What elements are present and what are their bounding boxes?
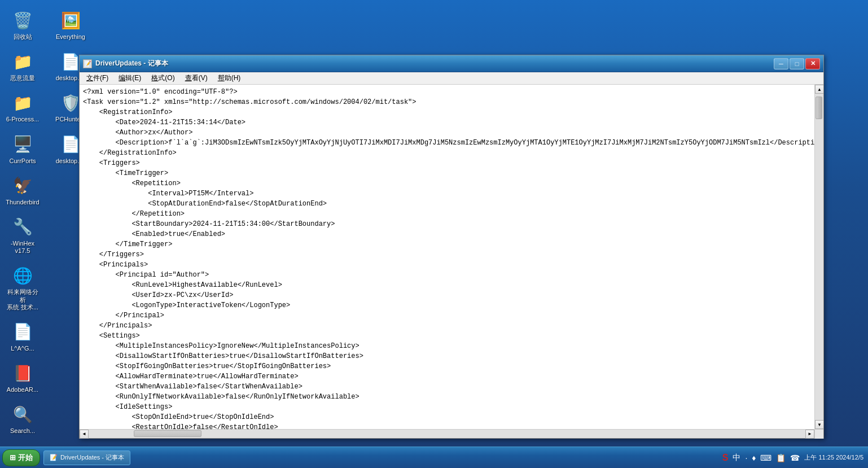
notepad-window-icon: 📝 — [83, 59, 92, 68]
start-icon: ⊞ — [10, 453, 16, 462]
desktop-icon-6process[interactable]: 📁 6-Process... — [3, 89, 42, 125]
menu-bar: 文件(F) 编辑(E) 格式(O) 查看(V) 帮助(H) — [80, 72, 823, 85]
recycle-bin-label: 回收站 — [5, 33, 41, 41]
thunderbird-label: Thunderbird — [5, 199, 41, 206]
malicious-flow-label: 恶意流量 — [5, 75, 41, 82]
scroll-thumb-h[interactable] — [134, 430, 201, 437]
scroll-right-button[interactable]: ► — [805, 430, 814, 439]
everything-icon: 🖼️ — [59, 9, 82, 32]
desktop: 🗑️ 回收站 📁 恶意流量 📁 6-Process... 🖥️ CurrPort… — [0, 0, 868, 468]
horizontal-scrollbar[interactable]: ◄ ► — [80, 429, 823, 438]
winhex-label: -WinHex v17.5 — [5, 240, 41, 255]
ime-dot-icon[interactable]: · — [745, 453, 747, 462]
taskbar-notepad-label: DriverUpdates - 记事本 — [60, 453, 124, 462]
title-bar: 📝 DriverUpdates - 记事本 ─ □ ✕ — [80, 55, 823, 72]
scroll-thumb-v[interactable] — [816, 97, 822, 119]
taskbar: ⊞ 开始 📝 DriverUpdates - 记事本 S 中 · ♦ ⌨ 📋 ☎… — [0, 447, 868, 468]
menu-view[interactable]: 查看(V) — [181, 72, 212, 84]
desktop-icon-currports[interactable]: 🖥️ CurrPorts — [3, 131, 42, 167]
folder-icon: 📁 — [11, 50, 34, 73]
desktop-icon-network-analysis[interactable]: 🌐 科来网络分析 系统 技术... — [3, 262, 42, 313]
start-label: 开始 — [18, 453, 33, 463]
recycle-bin-icon: 🗑️ — [11, 9, 34, 32]
pchunter-icon: 🛡️ — [59, 91, 82, 114]
scroll-left-button[interactable]: ◄ — [80, 430, 89, 439]
search-label: Search... — [5, 427, 41, 435]
network-icon: 🌐 — [11, 264, 34, 287]
desktop-icon-adobe[interactable]: 📕 AdobeAR... — [3, 360, 42, 396]
taskbar-right: S 中 · ♦ ⌨ 📋 ☎ 上午 11:25 2024/12/5 — [722, 453, 866, 463]
start-button[interactable]: ⊞ 开始 — [2, 449, 40, 466]
ime-chinese-icon[interactable]: 中 — [733, 453, 740, 463]
content-area: <?xml version="1.0" encoding="UTF-8"?> <… — [80, 85, 823, 429]
ime-special-icon[interactable]: ♦ — [752, 453, 756, 462]
lag-label: L^A^G... — [5, 345, 41, 352]
ini-icon: 📄 — [59, 50, 82, 73]
menu-format[interactable]: 格式(O) — [147, 72, 179, 84]
search-desktop-icon: 🔍 — [11, 403, 34, 426]
scroll-down-button[interactable]: ▼ — [815, 420, 823, 429]
desktop-icon-everything[interactable]: 🖼️ Everything — [51, 7, 90, 43]
text-editor[interactable]: <?xml version="1.0" encoding="UTF-8"?> <… — [80, 85, 814, 429]
taskbar-notepad-icon: 📝 — [50, 454, 58, 461]
minimize-button[interactable]: ─ — [774, 58, 788, 69]
folder-icon-2: 📁 — [11, 91, 34, 114]
systray-clipboard-icon[interactable]: 📋 — [776, 453, 786, 462]
scroll-track-h[interactable] — [89, 430, 805, 438]
close-button[interactable]: ✕ — [805, 58, 820, 69]
scroll-corner — [814, 430, 823, 439]
systray-phone-icon[interactable]: ☎ — [790, 453, 800, 462]
desktop-icon-area: 🗑️ 回收站 📁 恶意流量 📁 6-Process... 🖥️ CurrPort… — [0, 0, 73, 445]
notepad-window: 📝 DriverUpdates - 记事本 ─ □ ✕ 文件(F) 编辑(E) … — [79, 55, 824, 439]
everything-label: Everything — [52, 33, 89, 41]
desktop-icon-winhex[interactable]: 🔧 -WinHex v17.5 — [3, 213, 42, 257]
network-label: 科来网络分析 系统 技术... — [5, 288, 41, 311]
desktop-icon-thunderbird[interactable]: 🦅 Thunderbird — [3, 172, 42, 208]
thunderbird-icon: 🦅 — [11, 174, 34, 197]
title-bar-buttons: ─ □ ✕ — [774, 58, 820, 69]
menu-help[interactable]: 帮助(H) — [213, 72, 246, 84]
scroll-up-button[interactable]: ▲ — [815, 85, 823, 94]
title-bar-left: 📝 DriverUpdates - 记事本 — [83, 59, 168, 68]
scroll-track-v[interactable] — [815, 94, 823, 420]
sogou-icon[interactable]: S — [722, 453, 729, 463]
adobe-label: AdobeAR... — [5, 386, 41, 393]
system-clock[interactable]: 上午 11:25 2024/12/5 — [804, 453, 863, 461]
ini-icon-2: 📄 — [59, 133, 82, 156]
ime-keyboard-icon[interactable]: ⌨ — [760, 453, 771, 462]
currports-label: CurrPorts — [5, 158, 41, 165]
vertical-scrollbar[interactable]: ▲ ▼ — [814, 85, 823, 429]
6process-label: 6-Process... — [5, 116, 41, 123]
currports-icon: 🖥️ — [11, 133, 34, 156]
desktop-icon-recycle-bin[interactable]: 🗑️ 回收站 — [3, 7, 42, 43]
adobe-icon: 📕 — [11, 362, 34, 384]
desktop-icon-la-g[interactable]: 📄 L^A^G... — [3, 318, 42, 355]
window-title: DriverUpdates - 记事本 — [95, 59, 168, 68]
menu-edit[interactable]: 编辑(E) — [114, 72, 146, 84]
winhex-icon: 🔧 — [11, 216, 34, 238]
desktop-icon-malicious-flow[interactable]: 📁 恶意流量 — [3, 48, 42, 84]
lag-icon: 📄 — [11, 321, 34, 343]
maximize-button[interactable]: □ — [790, 58, 804, 69]
desktop-icon-search[interactable]: 🔍 Search... — [3, 401, 42, 437]
menu-file[interactable]: 文件(F) — [82, 72, 113, 84]
taskbar-notepad[interactable]: 📝 DriverUpdates - 记事本 — [43, 450, 130, 465]
